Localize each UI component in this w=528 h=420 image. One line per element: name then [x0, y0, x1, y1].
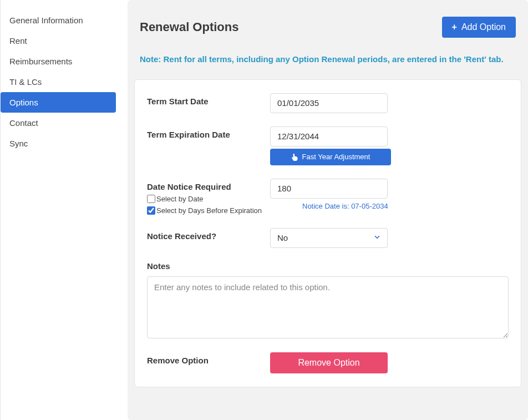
- date-notice-row: Date Notice Required Select by Date Sele…: [147, 179, 509, 215]
- notice-date-text: Notice Date is: 07-05-2034: [302, 202, 509, 210]
- page-title: Renewal Options: [140, 20, 238, 34]
- date-notice-input[interactable]: [270, 179, 388, 199]
- fast-year-label: Fast Year Adjustment: [302, 153, 370, 161]
- notice-received-select-wrapper[interactable]: No: [270, 228, 388, 248]
- sidebar-item-ti-lcs[interactable]: TI & LCs: [1, 72, 116, 92]
- term-start-input[interactable]: [270, 93, 388, 113]
- date-notice-label: Date Notice Required: [147, 182, 231, 191]
- page-header: Renewal Options + Add Option: [134, 0, 521, 38]
- notes-block: Notes: [147, 261, 509, 340]
- notes-textarea[interactable]: [147, 276, 509, 338]
- sidebar-item-contact[interactable]: Contact: [1, 113, 116, 133]
- remove-option-row: Remove Option Remove Option: [147, 352, 509, 373]
- select-by-days-checkbox-row[interactable]: Select by Days Before Expiration: [147, 206, 270, 215]
- sidebar: General Information Rent Reimbursements …: [0, 0, 116, 420]
- select-by-days-label: Select by Days Before Expiration: [156, 206, 262, 215]
- fast-year-adjustment-button[interactable]: Fast Year Adjustment: [270, 149, 391, 165]
- hand-pointer-icon: [291, 153, 298, 161]
- add-option-label: Add Option: [461, 22, 506, 32]
- notes-label: Notes: [147, 261, 509, 271]
- select-by-days-checkbox[interactable]: [147, 206, 155, 215]
- notice-received-label: Notice Received?: [147, 231, 216, 241]
- term-start-label: Term Start Date: [147, 97, 209, 106]
- term-expiration-input[interactable]: [270, 126, 388, 146]
- select-by-date-label: Select by Date: [156, 195, 204, 203]
- add-option-button[interactable]: + Add Option: [442, 17, 516, 38]
- main-content: Renewal Options + Add Option Note: Rent …: [128, 0, 528, 420]
- sidebar-item-rent[interactable]: Rent: [1, 31, 116, 51]
- select-by-date-checkbox[interactable]: [147, 195, 155, 203]
- plus-icon: +: [452, 23, 457, 32]
- notice-received-row: Notice Received? No: [147, 228, 509, 248]
- term-expiration-label: Term Expiration Date: [147, 130, 230, 139]
- sidebar-item-sync[interactable]: Sync: [1, 133, 116, 154]
- remove-option-label: Remove Option: [147, 356, 209, 365]
- remove-option-button[interactable]: Remove Option: [270, 352, 388, 373]
- select-by-date-checkbox-row[interactable]: Select by Date: [147, 195, 270, 203]
- notice-received-select[interactable]: No: [270, 228, 388, 248]
- sidebar-item-reimbursements[interactable]: Reimbursements: [1, 51, 116, 72]
- info-note: Note: Rent for all terms, including any …: [134, 38, 511, 72]
- term-expiration-row: Term Expiration Date Fast Year Adjustmen…: [147, 126, 509, 165]
- sidebar-item-general-information[interactable]: General Information: [1, 10, 116, 31]
- term-start-row: Term Start Date: [147, 93, 509, 113]
- option-card: Term Start Date Term Expiration Date Fas…: [134, 79, 521, 387]
- sidebar-item-options[interactable]: Options: [1, 92, 116, 113]
